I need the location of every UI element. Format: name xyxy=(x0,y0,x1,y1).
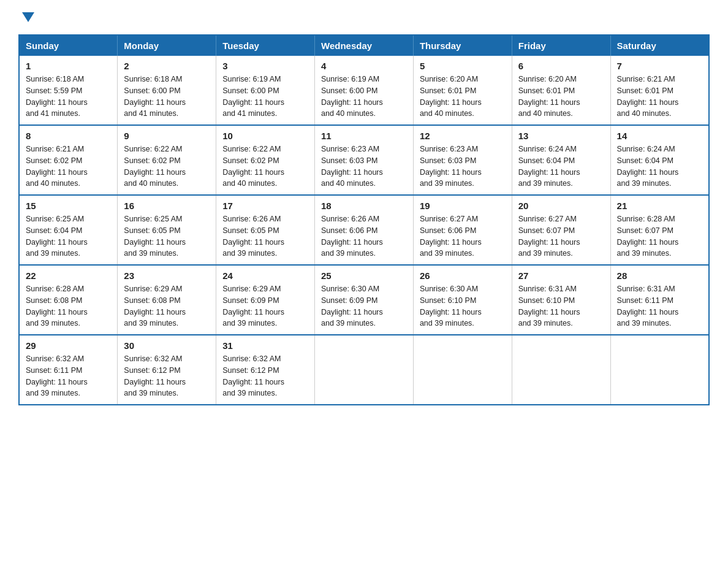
calendar-cell: 21 Sunrise: 6:28 AMSunset: 6:07 PMDaylig… xyxy=(610,195,709,265)
calendar-cell: 22 Sunrise: 6:28 AMSunset: 6:08 PMDaylig… xyxy=(19,265,118,335)
day-number: 12 xyxy=(420,131,506,141)
logo-blue-text xyxy=(18,12,34,22)
day-number: 5 xyxy=(420,61,506,71)
calendar-cell: 12 Sunrise: 6:23 AMSunset: 6:03 PMDaylig… xyxy=(413,125,512,195)
calendar-cell: 25 Sunrise: 6:30 AMSunset: 6:09 PMDaylig… xyxy=(315,265,414,335)
calendar-cell: 9 Sunrise: 6:22 AMSunset: 6:02 PMDayligh… xyxy=(118,125,216,195)
day-info: Sunrise: 6:21 AMSunset: 6:01 PMDaylight:… xyxy=(617,74,702,120)
day-info: Sunrise: 6:31 AMSunset: 6:10 PMDaylight:… xyxy=(518,283,604,329)
calendar-cell: 5 Sunrise: 6:20 AMSunset: 6:01 PMDayligh… xyxy=(413,56,512,125)
day-number: 20 xyxy=(518,201,604,211)
day-number: 28 xyxy=(617,270,702,281)
day-info: Sunrise: 6:28 AMSunset: 6:07 PMDaylight:… xyxy=(617,213,702,259)
day-info: Sunrise: 6:29 AMSunset: 6:09 PMDaylight:… xyxy=(222,283,308,329)
day-info: Sunrise: 6:20 AMSunset: 6:01 PMDaylight:… xyxy=(518,74,604,120)
day-info: Sunrise: 6:29 AMSunset: 6:08 PMDaylight:… xyxy=(124,283,210,329)
day-info: Sunrise: 6:25 AMSunset: 6:05 PMDaylight:… xyxy=(124,213,210,259)
day-info: Sunrise: 6:32 AMSunset: 6:12 PMDaylight:… xyxy=(222,353,308,399)
day-info: Sunrise: 6:27 AMSunset: 6:06 PMDaylight:… xyxy=(420,213,506,259)
day-number: 17 xyxy=(222,201,308,211)
day-number: 25 xyxy=(321,270,407,281)
day-info: Sunrise: 6:32 AMSunset: 6:12 PMDaylight:… xyxy=(124,353,210,399)
calendar-cell: 23 Sunrise: 6:29 AMSunset: 6:08 PMDaylig… xyxy=(118,265,216,335)
day-info: Sunrise: 6:18 AMSunset: 5:59 PMDaylight:… xyxy=(26,74,111,120)
day-info: Sunrise: 6:21 AMSunset: 6:02 PMDaylight:… xyxy=(26,144,111,190)
calendar-cell: 19 Sunrise: 6:27 AMSunset: 6:06 PMDaylig… xyxy=(413,195,512,265)
calendar-cell: 24 Sunrise: 6:29 AMSunset: 6:09 PMDaylig… xyxy=(216,265,315,335)
day-number: 6 xyxy=(518,61,604,71)
calendar-cell: 10 Sunrise: 6:22 AMSunset: 6:02 PMDaylig… xyxy=(216,125,315,195)
calendar-cell: 26 Sunrise: 6:30 AMSunset: 6:10 PMDaylig… xyxy=(413,265,512,335)
calendar-cell: 28 Sunrise: 6:31 AMSunset: 6:11 PMDaylig… xyxy=(610,265,709,335)
day-info: Sunrise: 6:19 AMSunset: 6:00 PMDaylight:… xyxy=(321,74,407,120)
calendar-cell: 2 Sunrise: 6:18 AMSunset: 6:00 PMDayligh… xyxy=(118,56,216,125)
weekday-header-friday: Friday xyxy=(512,35,610,56)
calendar-cell: 14 Sunrise: 6:24 AMSunset: 6:04 PMDaylig… xyxy=(610,125,709,195)
day-number: 11 xyxy=(321,131,407,141)
calendar-cell: 18 Sunrise: 6:26 AMSunset: 6:06 PMDaylig… xyxy=(315,195,414,265)
day-info: Sunrise: 6:32 AMSunset: 6:11 PMDaylight:… xyxy=(26,353,111,399)
day-info: Sunrise: 6:30 AMSunset: 6:09 PMDaylight:… xyxy=(321,283,407,329)
calendar-cell: 17 Sunrise: 6:26 AMSunset: 6:05 PMDaylig… xyxy=(216,195,315,265)
day-info: Sunrise: 6:25 AMSunset: 6:04 PMDaylight:… xyxy=(26,213,111,259)
calendar-header-row: SundayMondayTuesdayWednesdayThursdayFrid… xyxy=(19,35,709,56)
day-number: 29 xyxy=(26,340,111,351)
weekday-header-saturday: Saturday xyxy=(610,35,709,56)
day-info: Sunrise: 6:30 AMSunset: 6:10 PMDaylight:… xyxy=(420,283,506,329)
calendar-cell xyxy=(413,335,512,405)
day-info: Sunrise: 6:28 AMSunset: 6:08 PMDaylight:… xyxy=(26,283,111,329)
day-number: 2 xyxy=(124,61,210,71)
day-info: Sunrise: 6:23 AMSunset: 6:03 PMDaylight:… xyxy=(321,144,407,190)
day-info: Sunrise: 6:24 AMSunset: 6:04 PMDaylight:… xyxy=(518,144,604,190)
calendar-cell xyxy=(315,335,414,405)
day-number: 13 xyxy=(518,131,604,141)
calendar-table: SundayMondayTuesdayWednesdayThursdayFrid… xyxy=(18,34,710,405)
calendar-cell xyxy=(512,335,610,405)
page-header xyxy=(18,12,710,22)
day-info: Sunrise: 6:22 AMSunset: 6:02 PMDaylight:… xyxy=(222,144,308,190)
day-number: 14 xyxy=(617,131,702,141)
day-number: 16 xyxy=(124,201,210,211)
day-number: 18 xyxy=(321,201,407,211)
day-info: Sunrise: 6:24 AMSunset: 6:04 PMDaylight:… xyxy=(617,144,702,190)
day-info: Sunrise: 6:22 AMSunset: 6:02 PMDaylight:… xyxy=(124,144,210,190)
calendar-cell: 1 Sunrise: 6:18 AMSunset: 5:59 PMDayligh… xyxy=(19,56,118,125)
weekday-header-sunday: Sunday xyxy=(19,35,118,56)
calendar-cell: 6 Sunrise: 6:20 AMSunset: 6:01 PMDayligh… xyxy=(512,56,610,125)
weekday-header-thursday: Thursday xyxy=(413,35,512,56)
weekday-header-wednesday: Wednesday xyxy=(315,35,414,56)
day-number: 7 xyxy=(617,61,702,71)
day-number: 23 xyxy=(124,270,210,281)
day-info: Sunrise: 6:18 AMSunset: 6:00 PMDaylight:… xyxy=(124,74,210,120)
day-info: Sunrise: 6:27 AMSunset: 6:07 PMDaylight:… xyxy=(518,213,604,259)
calendar-week-row: 8 Sunrise: 6:21 AMSunset: 6:02 PMDayligh… xyxy=(19,125,709,195)
day-number: 19 xyxy=(420,201,506,211)
day-number: 27 xyxy=(518,270,604,281)
day-info: Sunrise: 6:19 AMSunset: 6:00 PMDaylight:… xyxy=(222,74,308,120)
calendar-cell: 7 Sunrise: 6:21 AMSunset: 6:01 PMDayligh… xyxy=(610,56,709,125)
day-number: 26 xyxy=(420,270,506,281)
calendar-week-row: 29 Sunrise: 6:32 AMSunset: 6:11 PMDaylig… xyxy=(19,335,709,405)
calendar-cell: 3 Sunrise: 6:19 AMSunset: 6:00 PMDayligh… xyxy=(216,56,315,125)
day-number: 3 xyxy=(222,61,308,71)
day-number: 15 xyxy=(26,201,111,211)
day-number: 22 xyxy=(26,270,111,281)
weekday-header-tuesday: Tuesday xyxy=(216,35,315,56)
day-number: 8 xyxy=(26,131,111,141)
day-info: Sunrise: 6:23 AMSunset: 6:03 PMDaylight:… xyxy=(420,144,506,190)
calendar-cell: 15 Sunrise: 6:25 AMSunset: 6:04 PMDaylig… xyxy=(19,195,118,265)
calendar-cell: 11 Sunrise: 6:23 AMSunset: 6:03 PMDaylig… xyxy=(315,125,414,195)
day-number: 10 xyxy=(222,131,308,141)
day-number: 24 xyxy=(222,270,308,281)
day-number: 31 xyxy=(222,340,308,351)
calendar-cell: 13 Sunrise: 6:24 AMSunset: 6:04 PMDaylig… xyxy=(512,125,610,195)
day-info: Sunrise: 6:26 AMSunset: 6:05 PMDaylight:… xyxy=(222,213,308,259)
calendar-cell: 29 Sunrise: 6:32 AMSunset: 6:11 PMDaylig… xyxy=(19,335,118,405)
day-info: Sunrise: 6:20 AMSunset: 6:01 PMDaylight:… xyxy=(420,74,506,120)
day-info: Sunrise: 6:31 AMSunset: 6:11 PMDaylight:… xyxy=(617,283,702,329)
calendar-cell: 8 Sunrise: 6:21 AMSunset: 6:02 PMDayligh… xyxy=(19,125,118,195)
calendar-cell: 31 Sunrise: 6:32 AMSunset: 6:12 PMDaylig… xyxy=(216,335,315,405)
day-number: 9 xyxy=(124,131,210,141)
day-number: 21 xyxy=(617,201,702,211)
day-info: Sunrise: 6:26 AMSunset: 6:06 PMDaylight:… xyxy=(321,213,407,259)
